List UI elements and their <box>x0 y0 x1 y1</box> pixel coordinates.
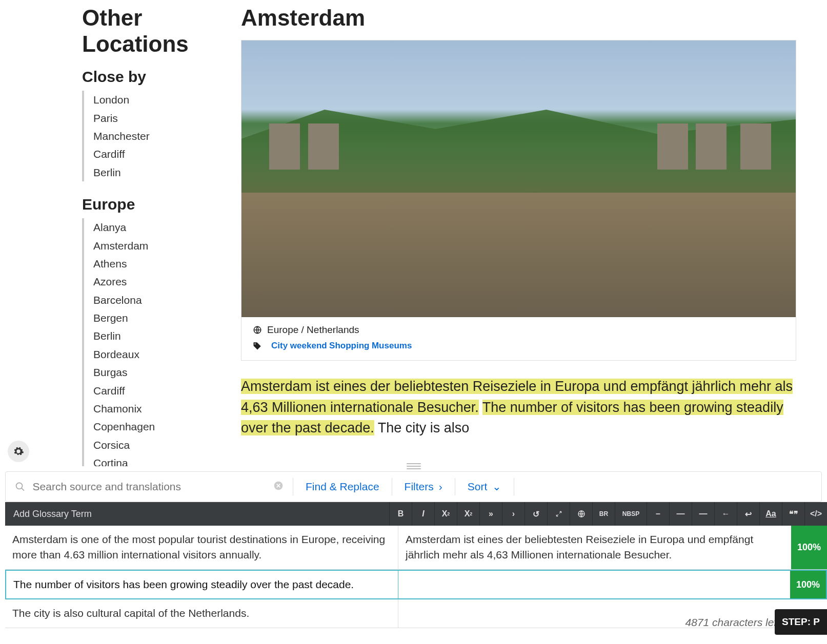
sidebar-item[interactable]: Chamonix <box>93 400 226 418</box>
sidebar-list: LondonParisManchesterCardiffBerlin <box>82 91 226 181</box>
segment-source: Amsterdam is one of the most popular tou… <box>5 526 398 569</box>
page-title: Amsterdam <box>241 5 796 31</box>
segments-table: Amsterdam is one of the most popular tou… <box>5 526 827 628</box>
tag-link[interactable]: Museums <box>372 341 412 350</box>
svg-point-2 <box>16 483 23 489</box>
quote-button[interactable]: ❝❞ <box>782 502 804 526</box>
breadcrumb: Europe / Netherlands <box>267 324 359 336</box>
sidebar-title: Other Locations <box>82 5 226 57</box>
step-badge: STEP: P <box>775 609 827 635</box>
insert-rsaquo-button[interactable]: › <box>502 502 525 526</box>
sidebar-item[interactable]: London <box>93 91 226 109</box>
sidebar-item[interactable]: Cardiff <box>93 145 226 163</box>
globe-icon <box>253 325 262 335</box>
clear-search-button[interactable] <box>273 481 284 493</box>
search-input[interactable] <box>33 481 284 493</box>
nbsp-button[interactable]: NBSP <box>615 502 647 526</box>
sidebar-item[interactable]: Bordeaux <box>93 345 226 363</box>
globe-button[interactable] <box>570 502 592 526</box>
filters-button[interactable]: Filters › <box>392 481 455 493</box>
bold-button[interactable]: B <box>389 502 412 526</box>
segment-score: 100% <box>791 526 827 569</box>
italic-button[interactable]: I <box>412 502 434 526</box>
search-icon <box>15 481 26 492</box>
preview-trail: The city is also <box>378 420 470 435</box>
left-arrow-button[interactable]: ← <box>714 502 737 526</box>
gear-icon <box>13 446 24 457</box>
sidebar-item[interactable]: Copenhagen <box>93 418 226 435</box>
preview-text: Amsterdam ist eines der beliebtesten Rei… <box>241 376 796 439</box>
characters-left: 4871 characters left <box>685 616 780 629</box>
format-toolbar: Add Glossary Term B I X2 X2 » › ↺ BR NBS… <box>5 502 827 526</box>
tag-link[interactable]: City weekend <box>271 341 327 350</box>
sidebar-item[interactable]: Paris <box>93 109 226 127</box>
hero-card: Europe / Netherlands City weekend Shoppi… <box>241 40 796 361</box>
sidebar-item[interactable]: Barcelona <box>93 291 226 309</box>
svg-point-1 <box>254 343 255 344</box>
segment-score: 100% <box>790 571 826 598</box>
subscript-button[interactable]: X2 <box>457 502 479 526</box>
sidebar-item[interactable]: Corsica <box>93 436 226 454</box>
sidebar-section-heading: Europe <box>82 196 226 213</box>
code-button[interactable]: </> <box>804 502 827 526</box>
chevron-right-icon: › <box>439 481 442 493</box>
dash-button-2[interactable]: — <box>669 502 692 526</box>
search-toolbar: Find & Replace Filters › Sort ⌄ <box>5 471 822 502</box>
sidebar-item[interactable]: Athens <box>93 255 226 273</box>
main-content: Amsterdam Europe / Netherlands City wee <box>241 5 827 466</box>
add-glossary-button[interactable]: Add Glossary Term <box>5 509 100 520</box>
case-button[interactable]: Aa <box>759 502 782 526</box>
sidebar-item[interactable]: Amsterdam <box>93 237 226 255</box>
br-button[interactable]: BR <box>592 502 615 526</box>
settings-button[interactable] <box>8 441 29 462</box>
sidebar-item[interactable]: Azores <box>93 273 226 290</box>
sidebar-section-heading: Close by <box>82 68 226 86</box>
chevron-down-icon: ⌄ <box>492 481 501 493</box>
hero-image <box>241 40 796 317</box>
sidebar-item[interactable]: Manchester <box>93 127 226 145</box>
sort-button[interactable]: Sort ⌄ <box>455 481 514 493</box>
sidebar-item[interactable]: Berlin <box>93 327 226 345</box>
sidebar-item[interactable]: Cortina <box>93 454 226 466</box>
dash-button-1[interactable]: – <box>647 502 669 526</box>
sidebar-item[interactable]: Burgas <box>93 363 226 381</box>
sidebar-list: AlanyaAmsterdamAthensAzoresBarcelonaBerg… <box>82 218 226 466</box>
segment-target[interactable] <box>398 571 790 598</box>
sidebar: Other Locations Close byLondonParisManch… <box>0 5 241 466</box>
segment-source: The city is also cultural capital of the… <box>5 599 398 627</box>
segment-row[interactable]: The number of visitors has been growing … <box>5 570 827 599</box>
tag-icon <box>253 341 262 350</box>
sidebar-item[interactable]: Berlin <box>93 163 226 181</box>
superscript-button[interactable]: X2 <box>434 502 457 526</box>
dash-button-3[interactable]: — <box>692 502 714 526</box>
sidebar-item[interactable]: Bergen <box>93 309 226 327</box>
drag-handle[interactable] <box>407 462 421 470</box>
return-button[interactable]: ↩ <box>737 502 759 526</box>
sidebar-item[interactable]: Alanya <box>93 218 226 236</box>
sidebar-item[interactable]: Cardiff <box>93 382 226 400</box>
segment-target[interactable]: Amsterdam ist eines der beliebtesten Rei… <box>398 526 791 569</box>
collapse-button[interactable] <box>547 502 570 526</box>
segment-row[interactable]: Amsterdam is one of the most popular tou… <box>5 526 827 570</box>
find-replace-button[interactable]: Find & Replace <box>293 481 392 493</box>
undo-button[interactable]: ↺ <box>525 502 547 526</box>
insert-raquo-button[interactable]: » <box>479 502 502 526</box>
tag-link[interactable]: Shopping <box>329 341 369 350</box>
segment-source: The number of visitors has been growing … <box>6 571 398 598</box>
